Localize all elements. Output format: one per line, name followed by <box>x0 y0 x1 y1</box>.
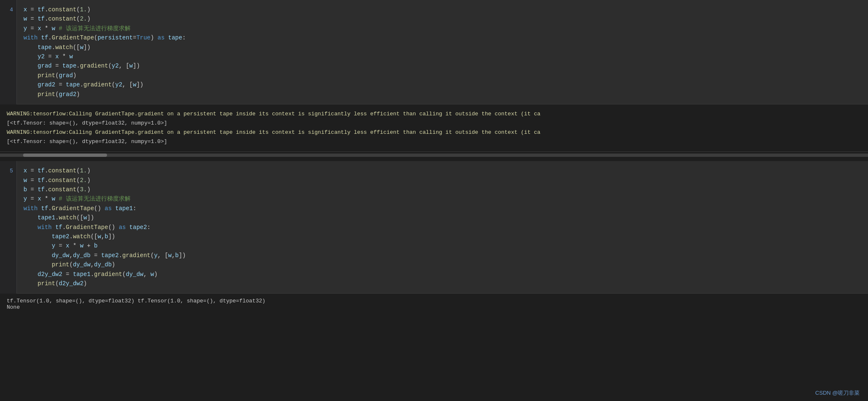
cell-number-5: 5 <box>0 161 17 294</box>
cell-code-4[interactable]: x = tf.constant(1.) w = tf.constant(2.) … <box>17 0 868 104</box>
scrollbar-4[interactable] <box>0 154 868 157</box>
csdn-watermark: CSDN @嗟刀非菜 <box>815 389 860 397</box>
code-block-4: x = tf.constant(1.) w = tf.constant(2.) … <box>24 5 861 99</box>
cell-5: 5 x = tf.constant(1.) w = tf.constant(2.… <box>0 161 868 294</box>
cell-code-5[interactable]: x = tf.constant(1.) w = tf.constant(2.) … <box>17 161 868 294</box>
output-5: tf.Tensor(1.0, shape=(), dtype=float32) … <box>0 294 868 315</box>
output-block-4: WARNING:tensorflow:Calling GradientTape.… <box>0 104 868 152</box>
cell-4: 4 x = tf.constant(1.) w = tf.constant(2.… <box>0 0 868 104</box>
code-block-5: x = tf.constant(1.) w = tf.constant(2.) … <box>24 166 861 288</box>
scrollbar-thumb-4[interactable] <box>23 154 107 157</box>
notebook-container: 4 x = tf.constant(1.) w = tf.constant(2.… <box>0 0 868 315</box>
output-4: WARNING:tensorflow:Calling GradientTape.… <box>0 104 868 157</box>
cell-number-4: 4 <box>0 0 17 104</box>
